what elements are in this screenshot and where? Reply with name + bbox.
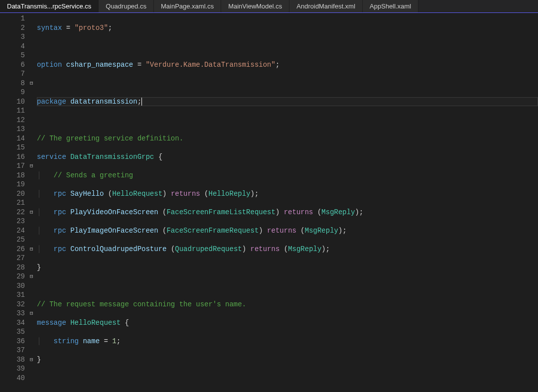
code-editor[interactable]: 1234567891011121314151617181920212223242… <box>0 13 538 392</box>
comment: // The greeting service definition. <box>37 134 183 142</box>
line-number: 38 <box>0 355 25 365</box>
line-number: 24 <box>0 226 25 236</box>
fold-toggle-icon[interactable]: ⊟ <box>30 272 37 281</box>
fold-blank <box>30 134 37 143</box>
fold-toggle-icon[interactable]: ⊟ <box>30 309 37 318</box>
fold-blank <box>30 189 37 199</box>
line-number: 37 <box>0 346 25 355</box>
tab-quadruped[interactable]: Quadruped.cs <box>99 0 154 12</box>
fold-blank <box>30 263 37 272</box>
line-number: 23 <box>0 217 25 226</box>
tab-appshell[interactable]: AppShell.xaml <box>363 0 418 12</box>
fold-blank <box>30 88 37 97</box>
fold-blank <box>30 69 37 79</box>
line-number-gutter: 1234567891011121314151617181920212223242… <box>0 13 30 392</box>
line-number: 25 <box>0 235 25 245</box>
fold-blank <box>30 235 37 245</box>
fold-toggle-icon[interactable]: ⊟ <box>30 208 37 217</box>
fold-blank <box>30 106 37 116</box>
rpc-method: PlayImageOnFaceScreen <box>66 227 162 235</box>
line-number: 9 <box>0 88 25 97</box>
fold-blank <box>30 97 37 107</box>
type-name: DataTransmissionGrpc <box>66 153 154 161</box>
tab-datatransmission[interactable]: DataTransmis...rpcService.cs <box>0 0 99 12</box>
line-number: 26 <box>0 245 25 254</box>
tab-androidmanifest[interactable]: AndroidManifest.xml <box>289 0 363 12</box>
fold-blank <box>30 42 37 51</box>
fold-blank <box>30 23 37 33</box>
line-number: 36 <box>0 337 25 346</box>
line-number: 20 <box>0 189 25 199</box>
line-number: 5 <box>0 51 25 60</box>
string-literal: "proto3" <box>75 24 108 32</box>
line-number: 15 <box>0 143 25 152</box>
comment: // Sends a greeting <box>45 171 133 179</box>
text-cursor <box>141 98 142 106</box>
fold-blank <box>30 346 37 355</box>
fold-blank <box>30 152 37 162</box>
fold-blank <box>30 327 37 337</box>
line-number: 17 <box>0 161 25 171</box>
fold-blank <box>30 374 37 383</box>
fold-blank <box>30 180 37 189</box>
line-number: 28 <box>0 263 25 272</box>
keyword-service: service <box>37 153 66 161</box>
line-number: 10 <box>0 97 25 107</box>
line-number: 22 <box>0 208 25 217</box>
keyword-message: message <box>37 319 66 327</box>
fold-blank <box>30 281 37 291</box>
keyword-syntax: syntax <box>37 24 62 32</box>
line-number: 7 <box>0 69 25 79</box>
line-number: 11 <box>0 106 25 116</box>
line-number: 30 <box>0 281 25 291</box>
string-literal: "Verdure.Kame.DataTransmission" <box>145 61 275 69</box>
rpc-method: SayHello <box>66 190 108 198</box>
comment: // The request message containing the us… <box>37 300 246 308</box>
line-number: 16 <box>0 152 25 162</box>
fold-blank <box>30 217 37 226</box>
fold-blank <box>30 143 37 152</box>
line-number: 1 <box>0 14 25 23</box>
current-line: package datatransmission; <box>37 97 538 107</box>
fold-blank <box>30 254 37 263</box>
code-area[interactable]: syntax = "proto3"; option csharp_namespa… <box>37 13 538 392</box>
fold-blank <box>30 290 37 300</box>
fold-toggle-icon[interactable]: ⊟ <box>30 355 37 365</box>
line-number: 35 <box>0 327 25 337</box>
fold-blank <box>30 226 37 236</box>
line-number: 39 <box>0 364 25 374</box>
line-number: 27 <box>0 254 25 263</box>
editor-tabs: DataTransmis...rpcService.cs Quadruped.c… <box>0 0 538 13</box>
line-number: 12 <box>0 116 25 125</box>
line-number: 2 <box>0 23 25 33</box>
tab-mainpage[interactable]: MainPage.xaml.cs <box>154 0 221 12</box>
line-number: 19 <box>0 180 25 189</box>
fold-blank <box>30 318 37 328</box>
keyword-option: option <box>37 61 62 69</box>
keyword-package: package <box>37 98 66 106</box>
fold-blank <box>30 198 37 208</box>
fold-toggle-icon[interactable]: ⊟ <box>30 245 37 254</box>
fold-blank <box>30 364 37 374</box>
line-number: 21 <box>0 198 25 208</box>
line-number: 29 <box>0 272 25 281</box>
line-number: 33 <box>0 309 25 318</box>
tab-mainviewmodel[interactable]: MainViewModel.cs <box>221 0 289 12</box>
line-number: 31 <box>0 290 25 300</box>
fold-toggle-icon[interactable]: ⊟ <box>30 79 37 88</box>
line-number: 8 <box>0 79 25 88</box>
line-number: 32 <box>0 300 25 309</box>
line-number: 13 <box>0 125 25 134</box>
line-number: 4 <box>0 42 25 51</box>
line-number: 3 <box>0 32 25 42</box>
fold-toggle-icon[interactable]: ⊟ <box>30 161 37 171</box>
line-number: 18 <box>0 171 25 180</box>
fold-blank <box>30 51 37 60</box>
fold-blank <box>30 171 37 180</box>
rpc-method: PlayVideoOnFaceScreen <box>66 208 162 216</box>
fold-gutter[interactable]: ⊟⊟⊟⊟⊟⊟⊟ <box>30 13 37 392</box>
line-number: 6 <box>0 60 25 70</box>
line-number: 14 <box>0 134 25 143</box>
fold-blank <box>30 300 37 309</box>
fold-blank <box>30 32 37 42</box>
